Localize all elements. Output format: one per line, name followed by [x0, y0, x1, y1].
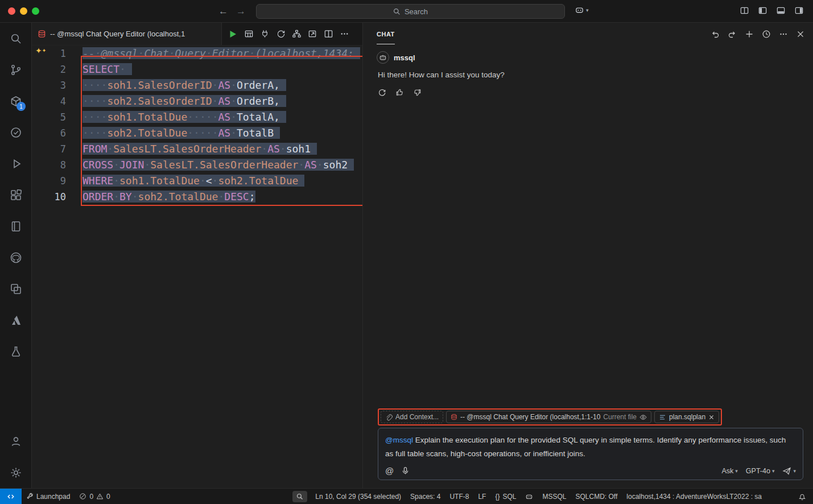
close-icon[interactable] — [708, 414, 715, 420]
flask-icon — [9, 345, 23, 358]
activity-bar: 1 — [0, 23, 32, 488]
sidebar-item-github[interactable] — [0, 242, 31, 273]
line-number: 5 — [32, 109, 82, 125]
mssql-status[interactable]: MSSQL — [538, 493, 571, 501]
warning-count: 0 — [106, 493, 110, 501]
forward-icon[interactable]: → — [236, 4, 246, 19]
mention-icon[interactable]: @ — [385, 466, 394, 476]
github-icon — [9, 251, 23, 265]
code-line[interactable]: 5····soh1.TotalDue·····AS·TotalA, — [32, 109, 362, 125]
eye-icon[interactable] — [639, 414, 647, 421]
search-input[interactable]: Search — [256, 4, 565, 19]
copilot-menu-button[interactable]: ▾ — [575, 5, 589, 15]
database-icon — [38, 30, 46, 38]
change-connection-icon[interactable] — [276, 29, 286, 39]
connect-icon[interactable] — [260, 29, 270, 39]
add-context-button[interactable]: Add Context... — [381, 411, 443, 423]
undo-icon[interactable] — [711, 30, 720, 39]
status-bar: Launchpad 0 0 Ln 10, Col 29 (354 selecte… — [0, 488, 813, 504]
sidebar-item-search[interactable] — [0, 23, 31, 54]
chat-input[interactable]: @mssql Explain the execution plan for th… — [378, 428, 803, 480]
model-dropdown[interactable]: GPT-4o▾ — [746, 467, 775, 475]
mic-icon[interactable] — [401, 466, 410, 475]
connection-status[interactable]: localhost,1434 : AdventureWorksLT2022 : … — [622, 493, 766, 501]
split-columns-icon[interactable] — [740, 6, 749, 15]
chat-title[interactable]: CHAT — [377, 24, 395, 44]
thumbs-down-icon[interactable] — [413, 88, 422, 97]
search-status-button[interactable] — [292, 491, 307, 502]
source-control-icon — [9, 63, 23, 77]
toggle-panel-icon[interactable] — [776, 6, 786, 15]
chevron-down-icon: ▾ — [735, 468, 738, 474]
sidebar-item-azure[interactable] — [0, 304, 31, 336]
line-number: 4 — [32, 93, 82, 109]
chat-input-text[interactable]: @mssql Explain the execution plan for th… — [385, 433, 796, 461]
sidebar-item-database-projects[interactable] — [0, 336, 31, 367]
mode-dropdown[interactable]: Ask▾ — [721, 467, 737, 475]
eol[interactable]: LF — [473, 493, 490, 501]
indentation[interactable]: Spaces: 4 — [406, 493, 445, 501]
remote-indicator[interactable] — [0, 489, 22, 504]
context-chip-current-file[interactable]: -- @mssql Chat Query Editor (localhost,1… — [446, 411, 651, 423]
split-editor-icon[interactable] — [324, 29, 333, 39]
code-line[interactable]: 2SELECT· — [32, 61, 362, 77]
language-mode[interactable]: {} SQL — [490, 493, 521, 501]
sidebar-item-source-control[interactable] — [0, 54, 31, 85]
problems-button[interactable]: 0 0 — [75, 493, 114, 501]
estimated-plan-icon[interactable] — [292, 29, 302, 39]
copilot-status-button[interactable] — [521, 493, 538, 501]
send-icon — [782, 466, 791, 476]
context-chip-plan[interactable]: plan.sqlplan — [654, 411, 719, 423]
traffic-lights — [8, 7, 39, 15]
error-count: 0 — [89, 493, 93, 501]
code-line[interactable]: 6····soh2.TotalDue·····AS·TotalB — [32, 125, 362, 141]
code-line[interactable]: 9WHERE·soh1.TotalDue·<·soh2.TotalDue — [32, 173, 362, 189]
cursor-position[interactable]: Ln 10, Col 29 (354 selected) — [311, 493, 406, 501]
regenerate-icon[interactable] — [378, 88, 386, 97]
code-line[interactable]: 10ORDER·BY·soh2.TotalDue·DESC; — [32, 189, 362, 205]
open-plan-icon[interactable] — [308, 29, 317, 39]
redo-icon[interactable] — [728, 30, 737, 39]
toggle-sidebar-left-icon[interactable] — [758, 6, 767, 15]
code-line[interactable]: 8CROSS·JOIN·SalesLT.SalesOrderHeader·AS·… — [32, 157, 362, 173]
notifications-button[interactable] — [794, 493, 813, 501]
sidebar-item-run-debug[interactable] — [0, 148, 31, 179]
editor-tab[interactable]: -- @mssql Chat Query Editor (localhost,1 — [32, 23, 222, 45]
thumbs-up-icon[interactable] — [395, 88, 404, 97]
line-number: 10 — [32, 189, 82, 205]
sidebar-item-accounts[interactable] — [0, 425, 31, 457]
results-grid-icon[interactable] — [244, 29, 254, 39]
toggle-sidebar-right-icon[interactable] — [794, 6, 804, 15]
send-button[interactable]: ▾ — [782, 466, 796, 476]
sidebar-item-remote-explorer[interactable] — [0, 273, 31, 304]
mention-link[interactable]: @mssql — [385, 436, 413, 444]
sqlcmd-status[interactable]: SQLCMD: Off — [571, 493, 622, 501]
back-icon[interactable]: ← — [218, 4, 228, 19]
code-line[interactable]: 4····soh2.SalesOrderID·AS·OrderB, — [32, 93, 362, 109]
chat-body: mssql Hi there! How can I assist you tod… — [363, 46, 813, 408]
run-query-icon[interactable] — [228, 29, 238, 39]
new-chat-icon[interactable] — [745, 30, 754, 39]
sidebar-item-references[interactable]: 1 — [0, 85, 31, 117]
code-line[interactable]: 3····soh1.SalesOrderID·AS·OrderA, — [32, 77, 362, 93]
close-icon[interactable] — [796, 30, 805, 39]
close-traffic-button[interactable] — [8, 7, 15, 15]
context-chip-label: plan.sqlplan — [669, 413, 705, 421]
code-lines[interactable]: 1--·@mssql·Chat·Query·Editor·(localhost,… — [32, 46, 362, 205]
launchpad-button[interactable]: Launchpad — [22, 493, 75, 501]
minimize-traffic-button[interactable] — [20, 7, 27, 15]
sidebar-item-settings[interactable] — [0, 457, 31, 488]
sidebar-item-notebooks[interactable] — [0, 210, 31, 242]
check-circle-icon — [9, 126, 23, 139]
encoding[interactable]: UTF-8 — [445, 493, 473, 501]
more-icon[interactable] — [779, 30, 788, 39]
zoom-traffic-button[interactable] — [32, 7, 39, 15]
history-icon[interactable] — [762, 30, 771, 39]
copilot-sparkle-icon[interactable]: ✦✦ — [35, 47, 46, 55]
code-line[interactable]: 1--·@mssql·Chat·Query·Editor·(localhost,… — [32, 46, 362, 61]
editor-body[interactable]: ✦✦ 1--·@mssql·Chat·Query·Editor·(localho… — [32, 46, 362, 488]
sidebar-item-testing[interactable] — [0, 117, 31, 148]
sidebar-item-extensions[interactable] — [0, 179, 31, 210]
code-line[interactable]: 7FROM·SalesLT.SalesOrderHeader·AS·soh1 — [32, 141, 362, 157]
more-actions-icon[interactable] — [340, 29, 349, 39]
